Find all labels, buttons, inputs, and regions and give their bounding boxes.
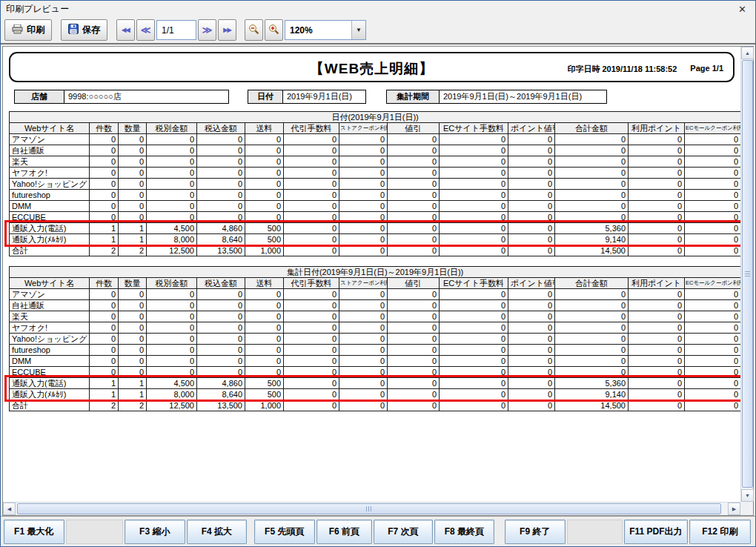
first-page-button[interactable]: ◀◀ <box>116 19 135 41</box>
f4-button[interactable]: F4 拡大 <box>187 520 248 544</box>
value-cell: 0 <box>440 134 508 145</box>
next-page-button[interactable]: ≫ <box>198 19 216 41</box>
value-cell: 0 <box>629 234 685 245</box>
value-cell: 0 <box>440 322 508 334</box>
value-cell: 0 <box>388 234 440 245</box>
table-row: 通販入力(電話)114,5004,860500000005,36000 <box>10 378 741 389</box>
value-cell: 0 <box>147 190 197 201</box>
value-cell: 0 <box>245 179 284 190</box>
value-cell: 1 <box>119 389 147 400</box>
value-cell: 0 <box>339 201 388 212</box>
value-cell: 500 <box>245 234 284 245</box>
value-cell: 0 <box>284 245 339 256</box>
daily-sales-table: 日付(2019年9月1日(日))Webサイト名件数数量税別金額税込金額送料代引手… <box>9 111 740 256</box>
zoom-in-button[interactable] <box>265 19 283 41</box>
footer-gap <box>496 520 505 544</box>
value-cell: 0 <box>629 356 685 367</box>
value-cell: 0 <box>284 300 339 311</box>
vertical-scrollbar[interactable]: ▲ ▼ <box>740 47 753 502</box>
value-cell: 0 <box>245 168 284 179</box>
value-cell: 0 <box>339 389 388 400</box>
value-cell: 0 <box>197 145 245 156</box>
value-cell: 0 <box>629 223 685 234</box>
value-cell: 0 <box>90 334 119 345</box>
table-row: ヤフオク!0000000000000 <box>10 322 741 334</box>
f5-button[interactable]: F5 先頭頁 <box>254 520 315 544</box>
value-cell: 500 <box>245 389 284 400</box>
value-cell: 0 <box>90 134 119 145</box>
f12-button[interactable]: F12 印刷 <box>689 520 752 544</box>
value-cell: 0 <box>90 311 119 322</box>
f9-button[interactable]: F9 終了 <box>505 520 566 544</box>
value-cell: 0 <box>147 345 197 356</box>
value-cell: 0 <box>339 234 388 245</box>
table-row: Yahoo!ショッピング0000000000000 <box>10 179 741 190</box>
f7-button[interactable]: F7 次頁 <box>374 520 433 544</box>
scroll-up-icon[interactable]: ▲ <box>741 47 754 59</box>
value-cell: 0 <box>685 367 741 378</box>
value-cell: 0 <box>119 156 147 168</box>
footer-gap <box>248 520 254 544</box>
value-cell: 0 <box>147 156 197 168</box>
value-cell: 0 <box>629 311 685 322</box>
f6-button[interactable]: F6 前頁 <box>316 520 373 544</box>
scroll-down-icon[interactable]: ▼ <box>741 489 754 502</box>
f1-button[interactable]: F1 最大化 <box>4 520 64 544</box>
zoom-out-button[interactable] <box>245 19 263 41</box>
value-cell: 0 <box>508 168 555 179</box>
chevron-down-icon[interactable]: ▼ <box>351 21 365 39</box>
save-button[interactable]: 保存 <box>61 19 107 41</box>
f8-button[interactable]: F8 最終頁 <box>434 520 495 544</box>
value-cell: 0 <box>685 322 741 334</box>
scroll-left-icon[interactable]: ◀ <box>3 503 16 515</box>
value-cell: 0 <box>555 179 629 190</box>
value-cell: 0 <box>284 156 339 168</box>
value-cell: 0 <box>245 156 284 168</box>
value-cell: 1 <box>119 234 147 245</box>
site-name-cell: 合計 <box>10 245 90 256</box>
site-name-cell: 通販入力(ﾒﾙｶﾘ) <box>10 234 90 245</box>
value-cell: 0 <box>284 389 339 400</box>
column-header: 合計金額 <box>555 278 629 289</box>
horizontal-scrollbar[interactable]: ◀ ▶ <box>3 502 740 515</box>
column-header: ストアクーポン利用額 <box>339 123 388 134</box>
value-cell: 0 <box>284 145 339 156</box>
value-cell: 0 <box>388 156 440 168</box>
table-row: ECCUBE0000000000000 <box>10 212 741 223</box>
value-cell: 0 <box>339 378 388 389</box>
horizontal-scroll-thumb[interactable] <box>17 503 721 514</box>
column-header: 税別金額 <box>147 278 197 289</box>
table-row: futureshop0000000000000 <box>10 190 741 201</box>
value-cell: 0 <box>685 334 741 345</box>
value-cell: 0 <box>629 156 685 168</box>
value-cell: 0 <box>119 322 147 334</box>
value-cell: 0 <box>284 345 339 356</box>
value-cell: 0 <box>508 378 555 389</box>
value-cell: 0 <box>119 134 147 145</box>
value-cell: 0 <box>685 212 741 223</box>
close-icon[interactable]: ✕ <box>735 4 749 15</box>
store-label: 店舗 <box>14 90 64 104</box>
value-cell: 0 <box>685 400 741 411</box>
value-cell: 0 <box>629 201 685 212</box>
vertical-scroll-thumb[interactable] <box>742 60 753 488</box>
value-cell: 0 <box>440 389 508 400</box>
last-page-button[interactable]: ▶▶ <box>218 19 236 41</box>
value-cell: 0 <box>388 245 440 256</box>
value-cell: 0 <box>685 134 741 145</box>
column-header: 件数 <box>90 123 119 134</box>
column-header: 利用ポイント <box>629 123 685 134</box>
value-cell: 0 <box>119 300 147 311</box>
page-number-input[interactable] <box>156 20 196 40</box>
scroll-right-icon[interactable]: ▶ <box>728 503 740 515</box>
value-cell: 0 <box>508 345 555 356</box>
f3-button[interactable]: F3 縮小 <box>125 520 185 544</box>
zoom-level-select[interactable]: 120% ▼ <box>285 20 366 40</box>
value-cell: 0 <box>197 201 245 212</box>
previous-page-button[interactable]: ≪ <box>136 19 155 41</box>
value-cell: 0 <box>440 245 508 256</box>
value-cell: 0 <box>339 179 388 190</box>
f11-button[interactable]: F11 PDF出力 <box>624 520 687 544</box>
print-button[interactable]: 印刷 <box>4 19 52 41</box>
column-header: ECサイト手数料 <box>440 123 508 134</box>
